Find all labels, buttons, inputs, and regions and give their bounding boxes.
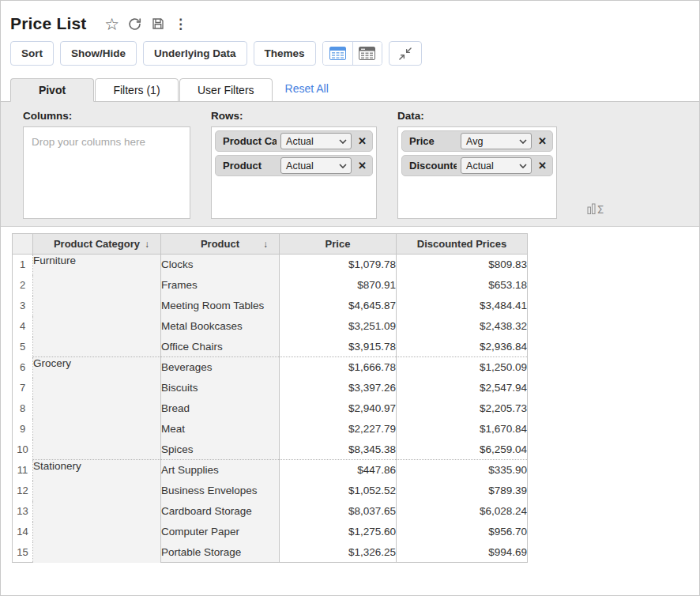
field-name: Product Cat... — [223, 135, 277, 147]
collapse-view-button[interactable] — [389, 41, 422, 66]
table-header-row: Product Category ↓ Product ↓ Price Disco… — [13, 234, 528, 255]
more-options-icon[interactable]: ⋮ — [171, 14, 190, 33]
remove-field-icon[interactable]: ✕ — [356, 135, 369, 147]
product-cell: Meat — [161, 419, 280, 439]
row-number-cell: 15 — [13, 542, 33, 563]
data-section: Data: Price Avg ✕ Discounted ... Actual — [397, 106, 557, 226]
product-cell: Spices — [161, 439, 280, 460]
column-header-discounted-prices[interactable]: Discounted Prices — [397, 234, 528, 255]
save-icon[interactable] — [149, 14, 167, 33]
price-cell: $2,940.97 — [280, 398, 397, 419]
price-cell: $870.91 — [280, 275, 397, 296]
row-field-chip-product-category[interactable]: Product Cat... Actual ✕ — [215, 130, 373, 152]
column-header-product[interactable]: Product ↓ — [161, 234, 280, 255]
view-toggle-group — [322, 41, 382, 66]
rows-dropzone[interactable]: Product Cat... Actual ✕ Product Actual ✕ — [211, 126, 377, 219]
aggregation-select[interactable]: Actual — [280, 157, 352, 174]
discounted-price-cell: $6,028.24 — [397, 501, 528, 522]
toolbar: Sort Show/Hide Underlying Data Themes — [1, 41, 699, 66]
table-view-light-icon[interactable] — [323, 42, 352, 65]
discounted-price-cell: $2,547.94 — [397, 378, 528, 398]
themes-button[interactable]: Themes — [254, 41, 316, 66]
sort-descending-icon[interactable]: ↓ — [263, 239, 268, 250]
pivot-designer-window: Price List ☆ ⋮ Sort Show/Hide Underlying… — [0, 0, 700, 596]
column-header-price[interactable]: Price — [280, 234, 397, 255]
product-cell: Beverages — [161, 357, 280, 378]
row-number-cell: 5 — [13, 337, 33, 357]
price-cell: $4,645.87 — [280, 296, 397, 316]
aggregation-select[interactable]: Actual — [280, 133, 352, 149]
row-number-cell: 2 — [13, 275, 33, 296]
row-number-cell: 8 — [13, 398, 33, 419]
row-number-cell: 6 — [13, 357, 33, 378]
sort-descending-icon[interactable]: ↓ — [145, 239, 149, 250]
product-cell: Cardboard Storage — [161, 501, 280, 522]
discounted-price-cell: $956.70 — [397, 522, 528, 542]
product-cell: Portable Storage — [161, 542, 280, 563]
discounted-price-cell: $994.69 — [397, 542, 528, 563]
row-number-cell: 4 — [13, 316, 33, 337]
row-field-chip-product[interactable]: Product Actual ✕ — [215, 155, 373, 176]
summary-sigma-icon[interactable]: Σ — [587, 201, 608, 218]
discounted-price-cell: $2,205.73 — [397, 398, 528, 419]
tab-pivot[interactable]: Pivot — [10, 78, 94, 102]
data-dropzone[interactable]: Price Avg ✕ Discounted ... Actual ✕ — [397, 126, 557, 219]
show-hide-button[interactable]: Show/Hide — [60, 41, 137, 66]
remove-field-icon[interactable]: ✕ — [356, 160, 369, 172]
discounted-price-cell: $809.83 — [397, 255, 528, 275]
remove-field-icon[interactable]: ✕ — [536, 160, 549, 172]
pivot-table-body: 1FurnitureClocks$1,079.78$809.832Frames$… — [13, 255, 528, 563]
row-number-cell: 13 — [13, 501, 33, 522]
data-label: Data: — [397, 110, 557, 122]
category-cell: Grocery — [33, 357, 161, 460]
underlying-data-button[interactable]: Underlying Data — [143, 41, 247, 66]
remove-field-icon[interactable]: ✕ — [536, 135, 549, 147]
price-cell: $3,397.26 — [280, 378, 397, 398]
tab-user-filters[interactable]: User Filters — [179, 78, 273, 102]
discounted-price-cell: $2,438.32 — [397, 316, 528, 337]
aggregation-value: Actual — [466, 160, 494, 172]
row-number-cell: 11 — [13, 460, 33, 481]
product-cell: Art Supplies — [161, 460, 280, 481]
discounted-price-cell: $789.39 — [397, 481, 528, 501]
price-cell: $3,251.09 — [280, 316, 397, 337]
price-cell: $3,915.78 — [280, 337, 397, 357]
discounted-price-cell: $3,484.41 — [397, 296, 528, 316]
row-number-cell: 1 — [13, 255, 33, 275]
data-field-chip-discounted[interactable]: Discounted ... Actual ✕ — [401, 155, 553, 176]
row-number-cell: 10 — [13, 439, 33, 460]
price-cell: $1,326.25 — [280, 542, 397, 563]
columns-section: Columns: Drop your columns here — [23, 106, 190, 226]
field-name: Product — [223, 160, 277, 172]
product-cell: Clocks — [161, 255, 280, 275]
chevron-down-icon — [339, 164, 347, 168]
discounted-price-cell: $335.90 — [397, 460, 528, 481]
aggregation-select[interactable]: Actual — [461, 157, 532, 174]
discounted-price-cell: $653.18 — [397, 275, 528, 296]
columns-placeholder: Drop your columns here — [32, 136, 145, 148]
product-cell: Meeting Room Tables — [161, 296, 280, 316]
table-view-dark-icon[interactable] — [352, 42, 382, 65]
discounted-price-cell: $6,259.04 — [397, 439, 528, 460]
chevron-down-icon — [339, 139, 347, 144]
tab-filters[interactable]: Filters (1) — [95, 78, 179, 102]
collapse-icon — [397, 46, 413, 62]
sort-button[interactable]: Sort — [10, 41, 54, 66]
data-field-chip-price[interactable]: Price Avg ✕ — [401, 130, 553, 152]
price-cell: $1,079.78 — [280, 255, 397, 275]
field-name: Price — [409, 135, 457, 147]
category-cell: Stationery — [33, 460, 161, 563]
product-cell: Business Envelopes — [161, 481, 280, 501]
refresh-icon[interactable] — [126, 14, 145, 33]
favorite-star-icon[interactable]: ☆ — [103, 14, 122, 33]
product-cell: Metal Bookcases — [161, 316, 280, 337]
aggregation-select[interactable]: Avg — [461, 133, 532, 149]
table-row: 1FurnitureClocks$1,079.78$809.83 — [13, 255, 528, 275]
column-header-product-category[interactable]: Product Category ↓ — [33, 234, 161, 255]
reset-all-link[interactable]: Reset All — [285, 82, 329, 96]
row-number-cell: 9 — [13, 419, 33, 439]
price-cell: $1,275.60 — [280, 522, 397, 542]
category-cell: Furniture — [33, 255, 161, 357]
table-row: 6GroceryBeverages$1,666.78$1,250.09 — [13, 357, 528, 378]
columns-dropzone[interactable]: Drop your columns here — [23, 126, 190, 219]
